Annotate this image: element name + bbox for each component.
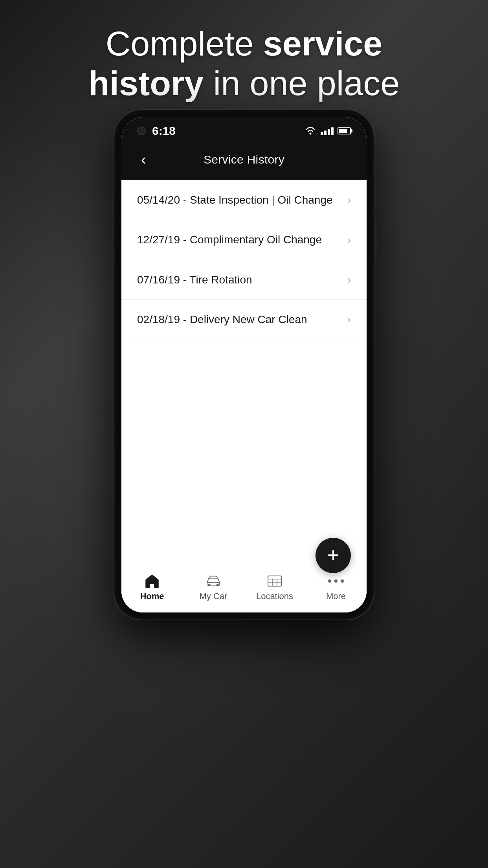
camera-dot [137,127,146,135]
car-icon [204,573,222,589]
service-item-3[interactable]: 07/16/19 - Tire Rotation › [121,260,367,300]
nav-item-my-car[interactable]: My Car [190,573,237,601]
svg-point-5 [328,579,331,583]
home-icon [143,573,161,589]
chevron-right-icon-2: › [347,234,351,246]
phone-side-buttons [111,197,114,248]
svg-point-7 [341,579,344,583]
more-icon [327,573,345,589]
service-list: 05/14/20 - State Inspection | Oil Change… [121,180,367,340]
service-item-2[interactable]: 12/27/19 - Complimentary Oil Change › [121,220,367,260]
phone-mockup: 6:18 [114,110,374,620]
chevron-right-icon-4: › [347,313,351,326]
volume-up-button [111,197,114,218]
status-time: 6:18 [152,124,176,138]
hero-title: Complete servicehistory in one place [31,24,457,103]
nav-item-home[interactable]: Home [128,573,176,601]
back-button[interactable]: ‹ [137,150,150,169]
chevron-right-icon-3: › [347,274,351,286]
page-title: Service History [204,153,284,166]
nav-item-locations[interactable]: Locations [251,573,298,601]
content-area: 05/14/20 - State Inspection | Oil Change… [121,180,367,612]
volume-down-button [111,226,114,248]
nav-label-my-car: My Car [200,591,227,601]
phone-screen: 6:18 [121,117,367,612]
chevron-right-icon-1: › [347,194,351,206]
add-service-fab[interactable]: + [316,538,351,573]
service-item-1[interactable]: 05/14/20 - State Inspection | Oil Change… [121,180,367,220]
nav-label-locations: Locations [256,591,293,601]
nav-label-home: Home [140,591,164,601]
svg-point-6 [334,579,338,583]
locations-icon [266,573,284,589]
service-item-4[interactable]: 02/18/19 - Delivery New Car Clean › [121,300,367,340]
signal-icon [321,127,334,135]
svg-rect-4 [268,576,281,586]
app-header: ‹ Service History [121,142,367,180]
service-item-label-2: 12/27/19 - Complimentary Oil Change [137,233,322,247]
svg-rect-2 [216,584,219,586]
wifi-icon [304,126,317,136]
battery-icon [338,127,351,134]
svg-rect-1 [208,584,211,586]
status-bar: 6:18 [121,117,367,142]
phone-outer-shell: 6:18 [114,110,374,620]
hero-section: Complete servicehistory in one place [0,24,488,103]
nav-item-more[interactable]: More [312,573,360,601]
svg-point-0 [310,133,312,135]
service-item-label-1: 05/14/20 - State Inspection | Oil Change [137,193,333,207]
service-item-label-4: 02/18/19 - Delivery New Car Clean [137,313,307,327]
add-icon: + [327,545,339,565]
service-item-label-3: 07/16/19 - Tire Rotation [137,273,252,287]
status-icons [304,126,351,136]
nav-label-more: More [326,591,346,601]
